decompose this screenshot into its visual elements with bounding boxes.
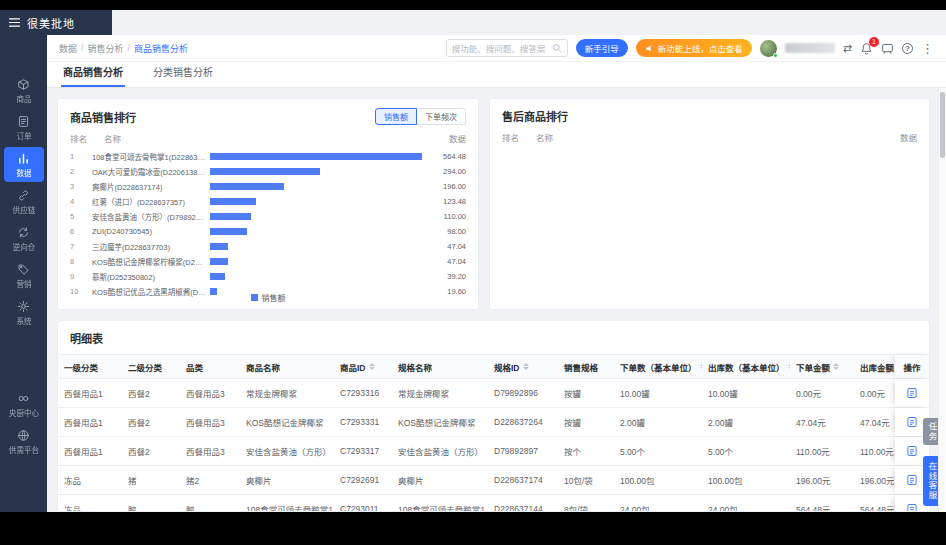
column-header-下单数（基本单位）[interactable]: 下单数（基本单位） — [614, 361, 702, 373]
table-cell: 196.00元 — [854, 474, 894, 486]
table-cell: C7293331 — [334, 417, 392, 427]
rank-bar — [210, 153, 422, 160]
search-icon[interactable] — [552, 43, 562, 53]
sidebar-item-供应链[interactable]: 供应链 — [4, 184, 44, 219]
sidebar-item-label: 供应链 — [12, 204, 35, 214]
message-icon[interactable] — [881, 42, 894, 55]
aftersales-empty-area — [502, 148, 917, 288]
notification-badge: 1 — [869, 37, 879, 47]
help-icon[interactable]: ? — [902, 43, 913, 54]
supply-icon — [17, 189, 30, 202]
table-cell: C7293316 — [334, 388, 392, 398]
sort-icon[interactable] — [833, 363, 839, 370]
table-cell: 5.00个 — [702, 445, 790, 457]
table-cell: 196.00元 — [790, 474, 854, 486]
table-cell: 西餐用品3 — [180, 445, 240, 457]
table-cell: 鸭 — [180, 503, 240, 512]
detail-report-icon — [906, 474, 918, 486]
column-header-商品ID[interactable]: 商品ID — [334, 361, 392, 373]
username-blurred — [785, 43, 835, 53]
rank-product-name: ZUI(D240730545) — [92, 227, 210, 236]
table-cell: 108食堂可颂去骨鸭掌1 — [392, 503, 488, 512]
rank-bar — [210, 273, 422, 280]
sort-icon[interactable] — [369, 363, 375, 370]
sidebar-item-数据[interactable]: 数据 — [4, 147, 44, 182]
notifications-button[interactable]: 1 — [860, 42, 873, 55]
column-header-规格名称: 规格名称 — [392, 361, 488, 373]
column-header-操作: 操作 — [895, 355, 929, 378]
table-cell: 47.04元 — [854, 416, 894, 428]
rank-value: 110.00 — [422, 212, 466, 221]
search-input[interactable]: 搜功能、搜问题、搜答案 — [446, 39, 568, 57]
avatar[interactable] — [760, 40, 777, 57]
column-header-出库金额[interactable]: 出库金额 — [854, 361, 894, 373]
rank-number: 1 — [70, 152, 92, 161]
table-cell: 10包/袋 — [558, 474, 614, 486]
tab-商品销售分析[interactable]: 商品销售分析 — [61, 64, 125, 87]
sidebar-item-营销[interactable]: 营销 — [4, 258, 44, 293]
table-cell: 常规金牌椰浆 — [240, 387, 334, 399]
aftersales-ranking-card: 售后商品排行 排名 名称 数据 — [489, 98, 930, 310]
rank-row: 7三边魔芋(D228637703)47.04 — [70, 239, 466, 254]
sidebar-item-逆向仓[interactable]: 逆向仓 — [4, 221, 44, 256]
table-cell: 猪2 — [180, 474, 240, 486]
guide-button[interactable]: 新手引导 — [576, 39, 628, 57]
breadcrumb-item[interactable]: 销售分析 — [88, 42, 124, 55]
app-window: 很美批地 商品订单数据供应链逆向仓营销系统央厨中心供需平台 数据/销售分析/商品… — [0, 10, 946, 512]
table-cell: 安佳含盐黄油（方形） — [240, 445, 334, 457]
rank-number: 5 — [70, 212, 92, 221]
tab-分类销售分析[interactable]: 分类销售分析 — [151, 64, 215, 87]
table-cell: 110.00元 — [854, 445, 894, 457]
rank-toggle-销售额[interactable]: 销售额 — [375, 108, 417, 125]
sidebar-item-央厨中心[interactable]: 央厨中心 — [4, 387, 44, 422]
menu-toggle-icon[interactable] — [9, 18, 20, 27]
column-header-商品名称: 商品名称 — [240, 361, 334, 373]
switch-account-icon[interactable]: ⇄ — [843, 43, 852, 54]
online-status-dot — [773, 53, 778, 58]
table-cell: 安佳含盐黄油（方形） — [392, 445, 488, 457]
tag-icon — [17, 263, 30, 276]
detail-report-icon — [906, 387, 918, 399]
promo-banner[interactable]: 新功能上线，点击查看 — [636, 39, 752, 57]
sidebar-item-label: 供需平台 — [8, 444, 38, 454]
service-tab[interactable]: 在线客服 — [923, 456, 938, 506]
more-menu-icon[interactable]: ⋮ — [921, 42, 934, 55]
scrollbar-thumb[interactable] — [940, 92, 945, 158]
column-header-label: 商品ID — [340, 361, 366, 373]
breadcrumb-separator: / — [128, 43, 131, 53]
table-row: 西餐用品1西餐2西餐用品3安佳含盐黄油（方形）C7293317安佳含盐黄油（方形… — [58, 437, 929, 466]
top-bar: 数据/销售分析/商品销售分析 搜功能、搜问题、搜答案 新手引导 新功能上线，点击… — [47, 35, 946, 62]
breadcrumb-item[interactable]: 数据 — [59, 42, 77, 55]
table-cell: 爽椰片 — [392, 474, 488, 486]
sidebar-item-供需平台[interactable]: 供需平台 — [4, 424, 44, 459]
table-cell: 西餐用品3 — [180, 387, 240, 399]
sidebar-item-订单[interactable]: 订单 — [4, 110, 44, 145]
table-cell: D228637264 — [488, 417, 558, 427]
rank-toggle-下单频次[interactable]: 下单频次 — [417, 108, 466, 125]
sidebar-item-系统[interactable]: 系统 — [4, 295, 44, 330]
sort-icon[interactable] — [523, 363, 529, 370]
column-header-label: 规格名称 — [398, 361, 432, 373]
page-scrollbar[interactable] — [938, 88, 946, 512]
rank-value: 123.48 — [422, 197, 466, 206]
breadcrumb-separator: / — [81, 43, 84, 53]
table-cell: C7292691 — [334, 475, 392, 485]
gear-icon — [17, 300, 30, 313]
table-cell: 0.00元 — [854, 387, 894, 399]
column-header-出库数（基本单位）[interactable]: 出库数（基本单位） — [702, 361, 790, 373]
sidebar-item-label: 央厨中心 — [8, 407, 38, 417]
task-tab[interactable]: 任务 — [923, 418, 938, 445]
rank-row: 8KOS酷想记金牌椰浆柠檬浆(D228637264)47.04 — [70, 254, 466, 269]
column-header-品类: 品类 — [180, 361, 240, 373]
logo-bar: 很美批地 — [0, 10, 112, 35]
row-detail-button[interactable] — [895, 379, 929, 407]
column-header-规格ID[interactable]: 规格ID — [488, 361, 558, 373]
column-header-label: 下单金额 — [796, 361, 830, 373]
table-cell: 西餐用品1 — [58, 445, 122, 457]
column-header-下单金额[interactable]: 下单金额 — [790, 361, 854, 373]
sidebar-item-商品[interactable]: 商品 — [4, 73, 44, 108]
column-header-销售规格: 销售规格 — [558, 361, 614, 373]
rank-value: 39.20 — [422, 272, 466, 281]
rank-bar — [210, 258, 422, 265]
rank-number: 6 — [70, 227, 92, 236]
